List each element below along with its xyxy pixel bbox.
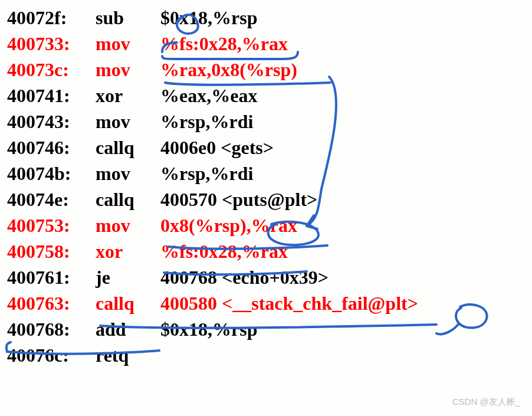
operands: %rsp,%rdi xyxy=(160,160,253,186)
operands: %eax,%eax xyxy=(160,83,257,109)
mnemonic: mov xyxy=(96,31,160,57)
address: 400761: xyxy=(7,264,96,290)
mnemonic: xor xyxy=(96,83,160,109)
mnemonic: retq xyxy=(96,342,160,368)
asm-line: 400741: xor %eax,%eax xyxy=(7,83,532,109)
mnemonic: callq xyxy=(96,135,160,160)
operands: 4006e0 <gets> xyxy=(160,135,274,160)
address: 40072f: xyxy=(7,5,96,31)
operands: 400768 <echo+0x39> xyxy=(160,264,329,290)
asm-line: 400761: je 400768 <echo+0x39> xyxy=(7,264,532,290)
asm-line: 400733: mov %fs:0x28,%rax xyxy=(7,31,532,57)
watermark: CSDN @友人帐_ xyxy=(452,397,520,408)
asm-line: 40074b: mov %rsp,%rdi xyxy=(7,160,532,186)
address: 40076c: xyxy=(7,342,96,368)
operands: %fs:0x28,%rax xyxy=(160,238,288,264)
asm-line: 40073c: mov %rax,0x8(%rsp) xyxy=(7,57,532,83)
mnemonic: mov xyxy=(96,212,160,238)
address: 40073c: xyxy=(7,57,96,83)
asm-line: 400758: xor %fs:0x28,%rax xyxy=(7,238,532,264)
asm-line: 40072f: sub $0x18,%rsp xyxy=(7,5,532,31)
address: 400743: xyxy=(7,109,96,135)
asm-line: 40074e: callq 400570 <puts@plt> xyxy=(7,186,532,212)
address: 400768: xyxy=(7,316,96,342)
address: 40074b: xyxy=(7,160,96,186)
address: 400753: xyxy=(7,212,96,238)
address: 400733: xyxy=(7,31,96,57)
asm-line: 400763: callq 400580 <__stack_chk_fail@p… xyxy=(7,290,532,316)
operands: 400570 <puts@plt> xyxy=(160,186,317,212)
disassembly-listing: 40072f: sub $0x18,%rsp 400733: mov %fs:0… xyxy=(0,0,532,368)
address: 400758: xyxy=(7,238,96,264)
asm-line: 400753: mov 0x8(%rsp),%rax xyxy=(7,212,532,238)
asm-line: 400746: callq 4006e0 <gets> xyxy=(7,135,532,160)
address: 400763: xyxy=(7,290,96,316)
operands: 400580 <__stack_chk_fail@plt> xyxy=(160,290,418,316)
mnemonic: add xyxy=(96,316,160,342)
operands: $0x18,%rsp xyxy=(160,316,257,342)
asm-line: 40076c: retq xyxy=(7,342,532,368)
mnemonic: mov xyxy=(96,160,160,186)
mnemonic: mov xyxy=(96,57,160,83)
operands: %fs:0x28,%rax xyxy=(160,31,288,57)
address: 40074e: xyxy=(7,186,96,212)
mnemonic: je xyxy=(96,264,160,290)
mnemonic: callq xyxy=(96,290,160,316)
operands: %rsp,%rdi xyxy=(160,109,253,135)
mnemonic: sub xyxy=(96,5,160,31)
operands: $0x18,%rsp xyxy=(160,5,257,31)
operands: %rax,0x8(%rsp) xyxy=(160,57,297,83)
operands: 0x8(%rsp),%rax xyxy=(160,212,297,238)
address: 400741: xyxy=(7,83,96,109)
mnemonic: callq xyxy=(96,186,160,212)
mnemonic: mov xyxy=(96,109,160,135)
asm-line: 400743: mov %rsp,%rdi xyxy=(7,109,532,135)
mnemonic: xor xyxy=(96,238,160,264)
address: 400746: xyxy=(7,135,96,160)
asm-line: 400768: add $0x18,%rsp xyxy=(7,316,532,342)
